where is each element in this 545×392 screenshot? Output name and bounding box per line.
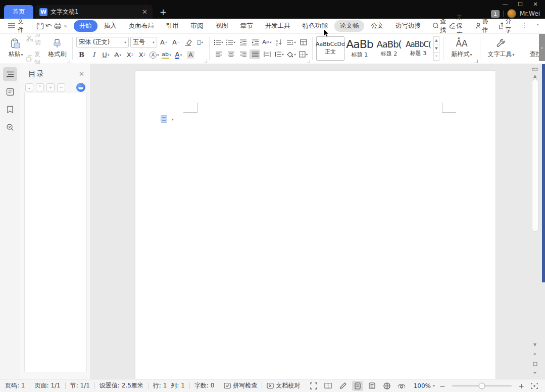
document-page[interactable]: ▾ (135, 71, 496, 379)
collapse-all-button[interactable]: ⌄ (25, 83, 33, 91)
status-column[interactable]: 列: 1 (171, 381, 185, 390)
minimize-button[interactable]: — (499, 0, 512, 9)
bullets-button[interactable]: ▾ (213, 37, 224, 47)
ink-mode-button[interactable] (337, 381, 349, 391)
bookmark-pane-button[interactable] (3, 103, 17, 117)
shading-button[interactable]: ▾ (286, 50, 296, 59)
previous-page-icon[interactable]: ⏶ (533, 351, 536, 358)
comments-pane-button[interactable] (3, 85, 17, 99)
zoom-slider-knob[interactable] (479, 382, 485, 389)
dialog-launcher-icon[interactable] (67, 60, 70, 63)
tab-search-while-writing[interactable]: 边写边搜 (390, 20, 426, 32)
fit-page-button[interactable] (529, 381, 540, 391)
new-tab-button[interactable]: + (160, 5, 167, 19)
grow-font-button[interactable]: A+ (159, 37, 169, 47)
sort-button[interactable]: AZ (274, 37, 284, 47)
superscript-button[interactable]: X2 (125, 50, 135, 60)
next-page-icon[interactable]: ⏷ (533, 370, 536, 377)
find-pane-button[interactable] (3, 120, 17, 134)
ribbon-expand-strip[interactable]: › (539, 34, 545, 61)
web-layout-button[interactable] (381, 381, 392, 391)
close-button[interactable]: ✕ (529, 0, 542, 9)
decrease-indent-button[interactable] (237, 37, 248, 47)
tab-developer[interactable]: 开发工具 (260, 20, 296, 32)
assistant-icon[interactable] (76, 83, 85, 92)
char-scale-button[interactable]: A⇄▾ (262, 37, 272, 47)
dialog-launcher-icon[interactable] (474, 60, 478, 63)
status-page-number[interactable]: 页码: 1 (5, 381, 25, 390)
print-button[interactable] (54, 21, 63, 31)
outline-pane-button[interactable] (3, 67, 17, 81)
toc-close-icon[interactable]: ✕ (79, 70, 84, 78)
highlight-button[interactable]: ab▾ (161, 50, 172, 60)
object-dropdown-icon[interactable]: ▾ (172, 118, 174, 122)
find-button[interactable]: 查找 (432, 17, 449, 34)
borders-button[interactable]: ▾ (298, 50, 309, 59)
strikethrough-button[interactable]: A▾ (113, 50, 123, 60)
remove-heading-button[interactable]: − (57, 83, 65, 91)
tab-paper-tools[interactable]: 论文畅 (334, 20, 365, 32)
justify-button[interactable] (250, 50, 260, 59)
tab-close-icon[interactable]: ✕ (141, 8, 148, 16)
tab-insert[interactable]: 插入 (98, 20, 122, 32)
italic-button[interactable]: I (88, 50, 99, 60)
tab-home-ribbon[interactable]: 开始 (74, 20, 97, 32)
styles-more-icon[interactable]: ▿ (434, 53, 439, 60)
zoom-slider[interactable] (452, 385, 512, 386)
line-spacing-button[interactable]: ▾ (274, 50, 284, 59)
browse-object-icon[interactable] (533, 360, 537, 367)
embedded-object-anchor[interactable]: ▾ (161, 115, 174, 123)
undo-button[interactable] (45, 21, 54, 31)
tab-references[interactable]: 引用 (161, 20, 184, 32)
expand-all-button[interactable]: ⌃ (36, 83, 44, 91)
zoom-out-button[interactable]: − (438, 382, 447, 390)
char-shading-button[interactable]: A (185, 50, 196, 60)
text-effects-button[interactable]: A▾ (149, 50, 160, 60)
proofread-button[interactable]: 文档校对 (267, 381, 300, 390)
text-tools-button[interactable]: 文字工具▾ (484, 35, 518, 62)
collapse-ribbon-icon[interactable]: ⌃ (536, 23, 540, 29)
font-size-select[interactable]: 五号 ▾ (130, 37, 157, 47)
distribute-button[interactable] (262, 50, 272, 59)
subscript-button[interactable]: X2 (137, 50, 147, 60)
status-word-count[interactable]: 字数: 0 (194, 381, 215, 390)
clear-format-button[interactable] (183, 37, 193, 47)
zoom-in-button[interactable]: + (517, 382, 525, 390)
status-line[interactable]: 行: 1 (153, 381, 167, 390)
scrollbar-thumb[interactable] (532, 79, 538, 232)
tab-special-features[interactable]: 特色功能 (297, 20, 333, 32)
tab-home[interactable]: 首页 (4, 5, 33, 19)
status-section[interactable]: 节: 1/1 (70, 381, 90, 390)
fullscreen-button[interactable] (308, 381, 319, 391)
numbering-button[interactable]: ▾ (225, 37, 236, 47)
read-mode-button[interactable] (323, 381, 334, 391)
pinyin-guide-button[interactable]: 文̈▾ (195, 37, 206, 47)
align-center-button[interactable] (225, 50, 236, 59)
tab-official-doc[interactable]: 公文 (365, 20, 389, 32)
status-margin-setting[interactable]: 设置值: 2.5厘米 (100, 381, 143, 390)
outline-view-button[interactable] (367, 381, 378, 391)
ruler-toggle-icon[interactable] (532, 65, 538, 72)
tab-view[interactable]: 视图 (210, 20, 234, 32)
dialog-launcher-icon[interactable] (204, 60, 207, 63)
vertical-scrollbar[interactable]: ▲ ▼ ⏶ ⏷ (529, 64, 540, 379)
copy-button[interactable]: 复制 (26, 50, 45, 65)
dialog-launcher-icon[interactable] (307, 60, 310, 63)
shrink-font-button[interactable]: A− (171, 37, 181, 47)
tab-page-layout[interactable]: 页面布局 (123, 20, 160, 32)
eye-protect-button[interactable] (396, 381, 407, 391)
save-button[interactable] (36, 21, 45, 31)
style-heading3[interactable]: AaBbC( 标题 3 (404, 36, 432, 61)
underline-button[interactable]: U▾ (101, 50, 111, 60)
status-pages[interactable]: 页面: 1/1 (35, 381, 61, 390)
tab-document[interactable]: W 文字文稿1 ✕ (35, 5, 153, 19)
bold-button[interactable]: B (76, 50, 87, 60)
increase-indent-button[interactable] (250, 37, 260, 47)
toolbar-more-icon[interactable]: » (63, 23, 69, 29)
more-menu-icon[interactable]: ⋮ (522, 22, 528, 29)
scroll-down-icon[interactable]: ▼ (533, 341, 536, 348)
paste-button[interactable]: 粘贴▾ (5, 35, 26, 62)
format-painter-button[interactable]: 格式刷 (45, 35, 69, 62)
new-style-button[interactable]: A̽A 新样式▾ (447, 35, 476, 62)
share-button[interactable]: 分享 (499, 17, 514, 34)
